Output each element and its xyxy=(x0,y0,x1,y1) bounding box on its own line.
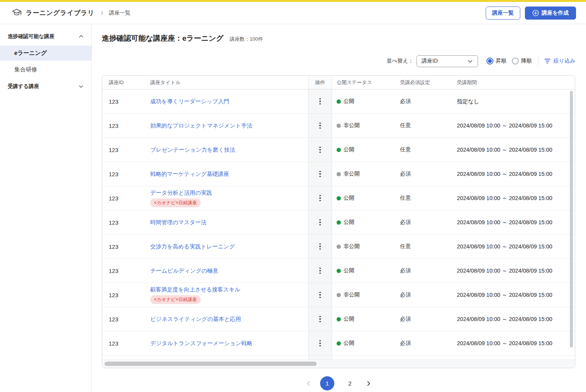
course-title-link[interactable]: チームビルディングの極意 xyxy=(150,267,218,275)
course-period: 2024/08/09 10:00 ～ 2024/08/09 15:00 xyxy=(457,340,575,347)
table-row: 123 戦略的マーケティング基礎講座 非公開 必須 2024/08/09 10:… xyxy=(102,162,575,186)
sidebar-section-progress-courses[interactable]: 進捗確認可能な講座 xyxy=(0,27,91,46)
status-dot xyxy=(337,124,341,128)
course-title-link[interactable]: 時間管理のマスター法 xyxy=(150,219,206,226)
course-id: 123 xyxy=(102,340,150,347)
kebab-menu-button[interactable] xyxy=(315,241,325,251)
course-id: 123 xyxy=(102,292,150,298)
sidebar-item-group-training[interactable]: 集合研修 xyxy=(0,62,91,77)
status-text: 非公開 xyxy=(344,291,360,298)
status-dot xyxy=(337,148,341,152)
kebab-menu-button[interactable] xyxy=(315,193,325,203)
required-setting: 任意 xyxy=(400,146,457,153)
vertical-scrollbar[interactable] xyxy=(570,91,573,347)
kebab-menu-button[interactable] xyxy=(315,169,325,179)
app-header: ラーニングライブラリ 講座一覧 講座一覧 講座を作成 xyxy=(0,2,586,24)
table-row: 123 プレゼンテーション力を磨く技法 公開 任意 2024/08/09 10:… xyxy=(102,138,575,162)
course-count: 講座数：100件 xyxy=(230,36,263,43)
course-period: 2024/08/09 10:00 ～ 2024/08/09 15:00 xyxy=(457,267,575,275)
previous-page-button[interactable] xyxy=(305,380,312,387)
page-2-button[interactable]: 2 xyxy=(343,376,357,390)
course-title-link[interactable]: ビジネスライティングの基本と応用 xyxy=(150,316,241,323)
course-title-link[interactable]: 効果的なプロジェクトマネジメント手法 xyxy=(150,122,252,129)
sidebar-item-elearning[interactable]: eラーニング xyxy=(0,46,91,61)
course-title-link[interactable]: 戦略的マーケティング基礎講座 xyxy=(150,170,229,178)
course-id: 123 xyxy=(102,268,150,274)
status-dot xyxy=(337,172,341,176)
course-title-link[interactable]: 顧客満足度を向上させる接客スキル xyxy=(150,286,240,293)
kebab-menu-button[interactable] xyxy=(315,217,325,227)
kaonavi-nikkei-badge: <カオナビ>日経講座 xyxy=(150,198,201,207)
sort-key-select[interactable]: 講座ID xyxy=(417,55,478,67)
kebab-menu-button[interactable] xyxy=(315,96,325,106)
course-title-link[interactable]: プレゼンテーション力を磨く技法 xyxy=(150,146,235,154)
course-id: 123 xyxy=(102,98,150,105)
course-title-link[interactable]: データ分析と活用の実践 xyxy=(150,189,212,197)
chevron-up-icon xyxy=(78,34,84,39)
status-text: 非公開 xyxy=(344,243,360,250)
filter-label: 絞り込み xyxy=(553,58,575,65)
sort-key-selected-value: 講座ID xyxy=(422,58,438,65)
status-text: 公開 xyxy=(344,267,354,274)
sort-descending-radio[interactable]: 降順 xyxy=(512,58,532,65)
next-page-button[interactable] xyxy=(365,380,372,387)
kaonavi-nikkei-badge: <カオナビ>日経講座 xyxy=(150,295,201,304)
course-period: 2024/08/09 10:00 ～ 2024/08/09 15:00 xyxy=(457,243,575,250)
kebab-menu-button[interactable] xyxy=(315,266,325,276)
course-id: 123 xyxy=(102,122,150,129)
kebab-menu-button[interactable] xyxy=(315,145,325,155)
course-period: 2024/08/09 10:00 ～ 2024/08/09 15:00 xyxy=(457,195,575,202)
required-setting: 任意 xyxy=(400,195,457,202)
horizontal-scrollbar[interactable] xyxy=(105,362,317,366)
sort-controls: 並べ替え： 講座ID 昇順 降順 絞り込み xyxy=(102,55,575,67)
table-row: 123 データ分析と活用の実践 <カオナビ>日経講座 公開 任意 2024/08… xyxy=(102,186,575,210)
course-title-link[interactable]: 成功を導くリーダーシップ入門 xyxy=(150,98,229,105)
required-setting: 必須 xyxy=(400,316,457,323)
status-text: 非公開 xyxy=(344,170,360,177)
sidebar-section-label: 受講する講座 xyxy=(8,83,39,90)
table-row: 123 顧客満足度を向上させる接客スキル <カオナビ>日経講座 非公開 必須 2… xyxy=(102,283,575,307)
status-dot xyxy=(337,293,341,297)
chevron-left-icon xyxy=(305,380,312,387)
status-dot xyxy=(337,269,341,273)
create-course-label: 講座を作成 xyxy=(542,10,569,17)
course-id: 123 xyxy=(102,171,150,177)
table-row: 123 交渉力を高める実践トレーニング 非公開 任意 2024/08/09 10… xyxy=(102,235,575,259)
table-row: 123 デジタルトランスフォーメーション戦略 公開 必須 2024/08/09 … xyxy=(102,331,575,356)
main-content: 進捗確認可能な講座座：eラーニング 講座数：100件 並べ替え： 講座ID 昇順… xyxy=(92,24,586,392)
course-period: 2024/08/09 10:00 ～ 2024/08/09 15:00 xyxy=(457,316,575,323)
sort-ascending-radio[interactable]: 昇順 xyxy=(486,58,506,65)
table-row: 123 ビジネスライティングの基本と応用 公開 必須 2024/08/09 10… xyxy=(102,307,575,331)
page-1-button[interactable]: 1 xyxy=(320,376,334,390)
status-dot xyxy=(337,99,341,104)
course-period: 2024/08/09 10:00 ～ 2024/08/09 15:00 xyxy=(457,146,575,154)
course-title-link[interactable]: 交渉力を高める実践トレーニング xyxy=(150,243,235,250)
course-period: 2024/08/09 10:00 ～ 2024/08/09 15:00 xyxy=(457,219,575,226)
course-id: 123 xyxy=(102,243,150,250)
required-setting: 必須 xyxy=(400,340,457,347)
sidebar: 進捗確認可能な講座 eラーニング 集合研修 受講する講座 xyxy=(0,24,92,392)
course-list-button[interactable]: 講座一覧 xyxy=(486,7,520,20)
radio-unselected-icon xyxy=(512,58,519,65)
course-table: 講座ID 講座タイトル 操作 公開ステータス 受講必須設定 受講期間 123 成… xyxy=(102,75,575,368)
kebab-menu-button[interactable] xyxy=(315,290,325,300)
app-title: ラーニングライブラリ xyxy=(26,8,95,17)
radio-selected-icon xyxy=(486,58,493,65)
required-setting: 任意 xyxy=(400,243,457,250)
header-status: 公開ステータス xyxy=(332,79,400,86)
status-text: 公開 xyxy=(344,340,354,347)
status-text: 公開 xyxy=(344,195,354,202)
breadcrumb-current: 講座一覧 xyxy=(109,10,131,17)
kebab-menu-button[interactable] xyxy=(315,314,325,324)
create-course-button[interactable]: 講座を作成 xyxy=(525,7,576,20)
course-title-link[interactable]: デジタルトランスフォーメーション戦略 xyxy=(150,340,252,347)
status-text: 公開 xyxy=(344,219,354,226)
divider xyxy=(538,57,538,65)
kebab-menu-button[interactable] xyxy=(315,121,325,131)
kebab-menu-button[interactable] xyxy=(315,338,325,348)
descending-label: 降順 xyxy=(521,58,532,65)
table-row: 123 成功を導くリーダーシップ入門 公開 必須 指定なし xyxy=(102,89,575,114)
filter-button[interactable]: 絞り込み xyxy=(544,58,575,65)
course-period: 指定なし xyxy=(457,98,575,105)
sidebar-section-attend-courses[interactable]: 受講する講座 xyxy=(0,77,91,96)
